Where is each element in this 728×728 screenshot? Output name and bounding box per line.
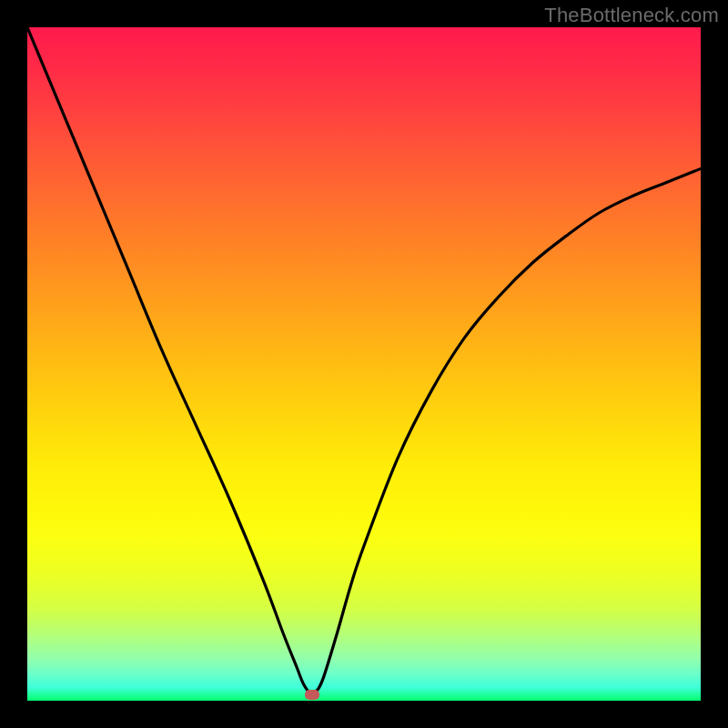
optimum-marker — [305, 690, 319, 700]
chart-plot-area — [27, 27, 701, 701]
watermark-text: TheBottleneck.com — [544, 4, 719, 27]
bottleneck-curve — [27, 27, 701, 701]
curve-line — [27, 27, 701, 693]
